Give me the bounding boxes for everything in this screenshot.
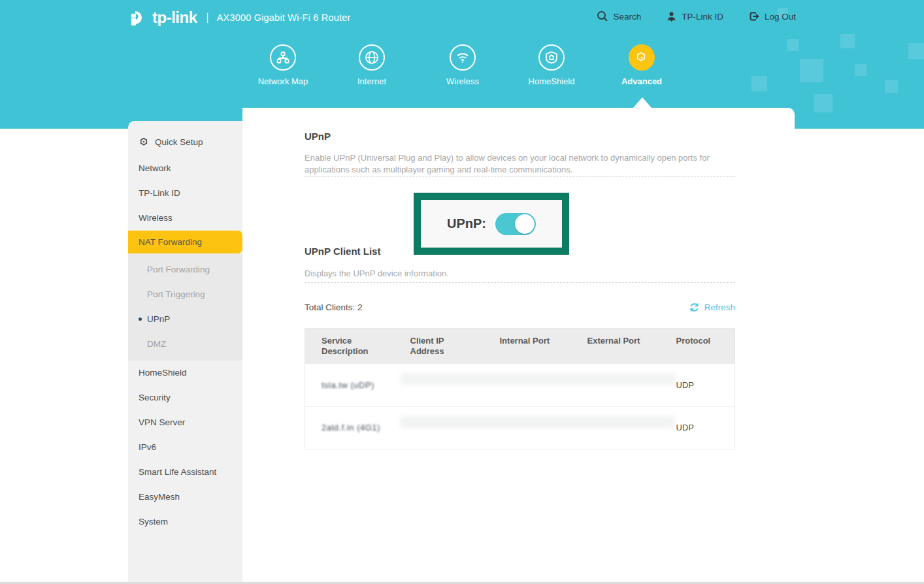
col-service-description: Service Description (305, 329, 394, 365)
sidebar-item-ipv6[interactable]: IPv6 (128, 435, 242, 460)
logout-button[interactable]: Log Out (748, 10, 796, 22)
table-row: tsla.tw (uDP) UDP (305, 364, 735, 406)
brand-logo[interactable]: tp-link | AX3000 Gigabit Wi-Fi 6 Router (126, 6, 351, 29)
header-actions: Search TP-Link ID Log Out (597, 10, 796, 22)
redacted-strip (401, 373, 675, 385)
client-list-title: UPnP Client List (305, 246, 380, 257)
nav-label: Wireless (423, 76, 502, 86)
sidebar-item-security[interactable]: Security (128, 385, 242, 410)
sidebar-subitem-port-triggering[interactable]: Port Triggering (128, 282, 242, 307)
deco-square (787, 39, 799, 51)
table-header-row: Service Description Client IP Address In… (305, 329, 735, 365)
wifi-icon (450, 44, 476, 71)
refresh-icon (689, 302, 700, 313)
top-header: tp-link | AX3000 Gigabit Wi-Fi 6 Router … (0, 0, 924, 36)
logout-icon (748, 10, 760, 22)
person-icon (666, 11, 677, 22)
service-description-redacted: 2ald.f.in (4G1) (322, 423, 380, 432)
search-label: Search (613, 12, 641, 22)
sidebar-item-vpn-server[interactable]: VPN Server (128, 410, 242, 435)
tplink-id-label: TP-Link ID (682, 12, 723, 22)
upnp-description: Enable UPnP (Universal Plug and Play) to… (305, 152, 733, 176)
sidebar-item-nat-forwarding[interactable]: NAT Forwarding (128, 231, 242, 253)
refresh-button[interactable]: Refresh (689, 302, 735, 313)
refresh-label: Refresh (704, 302, 735, 312)
content-panel: UPnP Enable UPnP (Universal Plug and Pla… (242, 108, 795, 584)
service-description-redacted: tsla.tw (uDP) (322, 380, 374, 390)
sidebar-item-smart-life-assistant[interactable]: Smart Life Assistant (128, 460, 242, 485)
brand-name: tp-link (152, 8, 197, 27)
nav-network-map[interactable]: Network Map (244, 44, 322, 86)
nav-internet[interactable]: Internet (333, 44, 411, 86)
col-client-ip: Client IP Address (394, 329, 484, 365)
deco-square (751, 76, 767, 91)
divider (305, 176, 735, 177)
selected-bullet-icon (139, 317, 142, 321)
nav-label: Advanced (602, 76, 681, 86)
nav-advanced[interactable]: Advanced (602, 44, 681, 86)
sidebar: Quick Setup Network TP-Link ID Wireless … (128, 121, 242, 584)
quick-setup-gear-icon (139, 137, 149, 147)
sidebar-item-network[interactable]: Network (128, 156, 242, 181)
tp-link-logo-icon (126, 6, 150, 29)
page-title: UPnP (305, 131, 331, 142)
toggle-knob (515, 214, 535, 234)
nat-forwarding-submenu: Port Forwarding Port Triggering UPnP DMZ (128, 253, 242, 361)
deco-square (885, 80, 898, 93)
brand-separator: | (206, 12, 209, 24)
nav-label: Network Map (244, 76, 322, 86)
col-external-port: External Port (571, 329, 660, 365)
sidebar-subitem-port-forwarding[interactable]: Port Forwarding (128, 257, 242, 282)
nav-homeshield[interactable]: HomeShield (512, 44, 591, 86)
nav-wireless[interactable]: Wireless (423, 44, 502, 86)
logout-label: Log Out (765, 12, 796, 22)
sidebar-item-tplink-id[interactable]: TP-Link ID (128, 181, 242, 206)
active-tab-pointer (633, 97, 652, 108)
protocol-value: UDP (660, 364, 735, 406)
search-icon (597, 10, 608, 22)
client-list-description: Displays the UPnP device information. (305, 268, 733, 280)
divider (305, 282, 735, 283)
deco-square (800, 59, 823, 82)
deco-square (855, 64, 866, 76)
network-map-icon (270, 44, 296, 71)
globe-icon (359, 44, 385, 71)
deco-square (840, 34, 855, 48)
sidebar-subitem-dmz[interactable]: DMZ (128, 332, 242, 357)
deco-square (908, 43, 924, 59)
home-shield-icon (538, 44, 565, 71)
upnp-client-table: Service Description Client IP Address In… (305, 328, 735, 449)
sidebar-subitem-label: UPnP (147, 314, 170, 324)
sidebar-item-wireless[interactable]: Wireless (128, 206, 242, 231)
sidebar-item-quick-setup[interactable]: Quick Setup (128, 127, 242, 156)
sidebar-item-system[interactable]: System (128, 510, 242, 534)
sidebar-item-homeshield[interactable]: HomeShield (128, 361, 242, 385)
sidebar-item-label: Quick Setup (155, 137, 203, 147)
col-internal-port: Internal Port (484, 329, 571, 365)
nav-label: Internet (333, 76, 411, 86)
sidebar-item-easymesh[interactable]: EasyMesh (128, 485, 242, 510)
upnp-toggle-highlight-box: UPnP: (414, 193, 569, 255)
product-name: AX3000 Gigabit Wi-Fi 6 Router (217, 12, 351, 23)
total-clients-label: Total Clients: 2 (305, 302, 363, 312)
col-protocol: Protocol (660, 329, 735, 365)
nav-label: HomeShield (512, 76, 591, 86)
gear-icon (629, 44, 655, 71)
upnp-toggle-switch[interactable] (495, 213, 536, 235)
deco-square (814, 94, 833, 112)
upnp-toggle-label: UPnP: (447, 216, 486, 231)
table-row: 2ald.f.in (4G1) UDP (305, 406, 735, 449)
tplink-id-button[interactable]: TP-Link ID (666, 11, 723, 22)
table-toolbar: Total Clients: 2 Refresh (305, 302, 735, 313)
protocol-value: UDP (660, 406, 735, 449)
upnp-page: UPnP Enable UPnP (Universal Plug and Pla… (305, 108, 735, 584)
sidebar-subitem-upnp[interactable]: UPnP (128, 307, 242, 332)
redacted-strip (401, 416, 675, 428)
search-button[interactable]: Search (597, 10, 641, 22)
